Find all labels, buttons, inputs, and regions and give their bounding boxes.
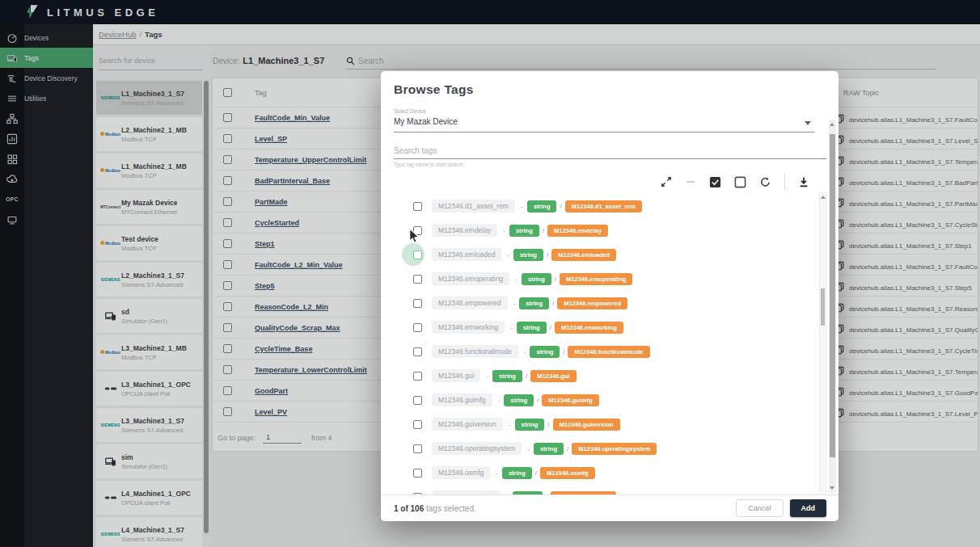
tag-type-badge: string (515, 419, 545, 431)
slash-separator: / (555, 276, 556, 283)
tag-type-badge: string (527, 200, 557, 212)
browse-tag-row: M12346.emworking - string / M12346.emwor… (394, 315, 806, 339)
tag-type-badge: string (522, 273, 551, 285)
dash-separator: - (513, 300, 516, 307)
dash-separator: - (521, 203, 523, 210)
slash-separator: / (552, 300, 554, 307)
tag-name-pill[interactable]: M12346.osmfg (432, 466, 490, 479)
tag-checkbox[interactable] (413, 396, 422, 405)
tag-name-pill[interactable]: M12346.guimfg (432, 393, 492, 406)
chevron-down-icon (805, 121, 811, 125)
slash-separator: / (535, 469, 537, 477)
browse-tag-row: M12346.emloaded - string / M12346.emload… (394, 242, 806, 267)
tag-alias-badge: M12346.osmfg (540, 467, 595, 479)
slash-separator: / (560, 203, 561, 210)
selection-count: 1 of 106 (394, 504, 424, 513)
dash-separator: - (509, 421, 511, 428)
tag-name-pill[interactable]: M12346.emdelay (432, 224, 497, 237)
tag-alias-badge: M12346.emworking (555, 322, 623, 334)
expand-icon[interactable] (661, 176, 672, 187)
dash-separator: - (496, 469, 498, 477)
slash-separator: / (526, 372, 527, 380)
scroll-up-icon[interactable] (821, 196, 826, 199)
tag-checkbox[interactable] (413, 347, 422, 356)
tag-list-scrollbar-thumb[interactable] (821, 288, 825, 326)
modal-search-tags-input[interactable]: Search tags (394, 142, 826, 159)
tag-checkbox[interactable] (413, 275, 422, 284)
tag-list-scrollbar[interactable] (819, 192, 826, 494)
slash-separator: / (547, 421, 549, 428)
tag-alias-badge: M12346.operatingsystem (572, 443, 657, 455)
tag-name-pill[interactable]: M12346.guiversion (432, 418, 503, 431)
modal-scroll-up-icon[interactable] (830, 123, 834, 126)
search-helper-text: Type tag name to start search (394, 162, 463, 167)
tag-alias-badge: M12346.d1_asset_rem (565, 200, 642, 212)
deselect-all-icon[interactable] (734, 176, 746, 188)
dash-separator: - (515, 276, 517, 283)
browse-tag-row: M12346.d1_asset_rem - string / M12346.d1… (394, 194, 806, 218)
tag-alias-badge: M12346.emloaded (551, 249, 616, 261)
tag-checkbox[interactable] (413, 323, 422, 332)
tag-type-badge: string (509, 225, 539, 237)
tag-checkbox[interactable] (413, 444, 422, 453)
tag-checkbox[interactable] (413, 202, 422, 211)
device-select-dropdown[interactable]: Select Device My Mazak Device (394, 108, 814, 133)
tag-name-pill[interactable]: M12346.emoperating (432, 272, 509, 285)
select-all-icon[interactable] (709, 176, 721, 188)
toolbar-divider (784, 174, 785, 190)
tag-checkbox[interactable] (413, 372, 422, 381)
browse-tag-row: M12346.functionalmode - string / M12346.… (394, 339, 806, 364)
modal-scrollbar-thumb[interactable] (830, 134, 835, 457)
tag-alias-badge: M12346.guimfg (542, 394, 598, 406)
browse-tag-row: M12346.osversion - string / M12346.osver… (394, 485, 806, 494)
tag-name-pill[interactable]: M12346.emworking (432, 321, 505, 334)
modal-footer: 1 of 106 tags selected. Cancel Add (381, 494, 838, 521)
collapse-minus-icon[interactable] (685, 176, 696, 187)
tag-name-pill[interactable]: M12346.d1_asset_rem (432, 200, 515, 212)
tag-alias-badge: M12346.empowered (557, 297, 627, 309)
tag-alias-badge: M12346.guiversion (553, 419, 620, 431)
tag-alias-badge: M12346.emoperating (560, 273, 632, 285)
slash-separator: / (543, 227, 544, 234)
modal-scroll-down-icon[interactable] (830, 486, 834, 490)
slash-separator: / (547, 251, 548, 259)
tag-name-pill[interactable]: M12346.operatingsystem (432, 442, 522, 455)
browse-tag-row: M12346.empowered - string / M12346.empow… (394, 291, 806, 315)
tag-type-badge: string (513, 249, 543, 261)
tag-name-pill[interactable]: M12346.functionalmode (432, 345, 518, 358)
tag-name-pill[interactable]: M12346.emloaded (432, 248, 501, 261)
selection-status-text: 1 of 106 tags selected. (394, 504, 476, 513)
browse-tag-row: M12346.operatingsystem - string / M12346… (394, 436, 806, 461)
selected-device-value: My Mazak Device (394, 117, 814, 126)
slash-separator: / (537, 397, 539, 404)
tag-checkbox[interactable] (413, 250, 422, 259)
dash-separator: - (486, 372, 488, 380)
download-icon[interactable] (798, 176, 809, 188)
tag-type-badge: string (530, 346, 560, 358)
mouse-cursor (408, 229, 422, 247)
browse-tag-row: M12346.guiversion - string / M12346.guiv… (394, 412, 806, 436)
dash-separator: - (527, 445, 530, 452)
slash-separator: / (550, 324, 551, 331)
dash-separator: - (524, 348, 526, 356)
litmus-edge-app: LITMUS EDGE DevicesTagsDevice DiscoveryU… (0, 0, 980, 547)
modal-scrollbar[interactable] (829, 120, 836, 493)
browse-tags-list: M12346.d1_asset_rem - string / M12346.d1… (394, 194, 806, 494)
tag-checkbox[interactable] (413, 469, 422, 478)
dash-separator: - (510, 324, 513, 331)
add-button[interactable]: Add (790, 499, 827, 517)
tag-type-badge: string (504, 394, 534, 406)
modal-toolbar (661, 173, 809, 191)
tag-name-pill[interactable]: M12346.gui (432, 369, 480, 382)
tag-name-pill[interactable]: M12346.empowered (432, 297, 508, 309)
dash-separator: - (498, 397, 501, 404)
slash-separator: / (563, 348, 564, 356)
refresh-icon[interactable] (759, 176, 771, 188)
tag-checkbox[interactable] (413, 299, 422, 308)
browse-tag-row: M12346.guimfg - string / M12346.guimfg (394, 388, 806, 412)
tag-type-badge: string (492, 370, 522, 382)
browse-tag-row: M12346.gui - string / M12346.gui (394, 364, 806, 388)
cancel-button[interactable]: Cancel (736, 499, 783, 517)
modal-title: Browse Tags (394, 82, 474, 97)
tag-checkbox[interactable] (413, 420, 422, 429)
